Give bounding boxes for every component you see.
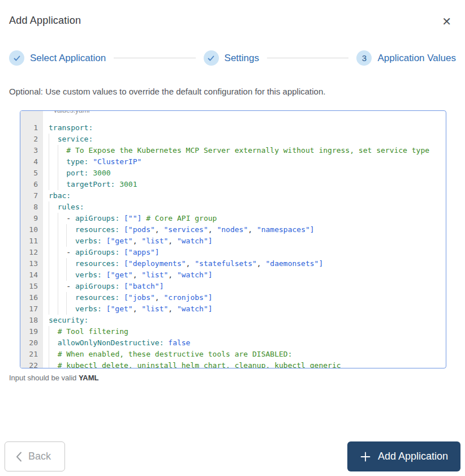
code-token: - xyxy=(66,214,75,222)
indent-guide xyxy=(58,303,67,315)
code-line[interactable]: resources: ["deployments", "statefulsets… xyxy=(49,258,446,269)
code-token: - xyxy=(66,248,75,256)
editor-filename-label: values.yaml xyxy=(42,110,93,115)
code-line[interactable]: # When enabled, these destructive tools … xyxy=(49,349,446,360)
code-token: - xyxy=(66,282,75,290)
page-title: Add Application xyxy=(9,15,81,27)
code-token: "watch"] xyxy=(177,271,213,279)
step-select-application[interactable]: Select Application xyxy=(9,50,106,66)
code-token: ["get" xyxy=(106,271,133,279)
code-token: verbs: xyxy=(75,305,102,313)
indent-guide xyxy=(49,156,58,168)
indent-guide xyxy=(49,292,58,303)
code-line[interactable]: type: "ClusterIP" xyxy=(49,156,446,168)
code-lines[interactable]: transport:service:# To Expose the Kubern… xyxy=(43,111,446,368)
code-token: verbs: xyxy=(75,271,102,279)
stepper: Select Application Settings 3 Applicatio… xyxy=(0,50,465,66)
step-1-circle xyxy=(9,50,24,66)
code-line[interactable]: rbac: xyxy=(49,190,446,201)
indent-guide xyxy=(49,224,58,235)
step-1-label: Select Application xyxy=(30,53,106,64)
code-token: , xyxy=(168,237,177,245)
code-token: [""] xyxy=(124,214,141,222)
code-line[interactable]: # Tool filtering xyxy=(49,326,446,337)
line-number: 18 xyxy=(20,315,38,326)
step-connector xyxy=(114,58,195,58)
code-token: "nodes" xyxy=(217,225,248,234)
line-number: 17 xyxy=(20,303,38,315)
line-number: 21 xyxy=(20,349,38,360)
line-number: 15 xyxy=(20,281,38,292)
code-token: , xyxy=(133,305,142,313)
check-icon xyxy=(207,54,215,62)
code-token: "services" xyxy=(163,225,208,234)
code-token: # To Expose the Kubernetes MCP Server ex… xyxy=(66,146,429,155)
code-line[interactable]: - apiGroups: ["apps"] xyxy=(49,247,446,258)
indent-guide xyxy=(49,303,58,315)
indent-guide xyxy=(49,258,58,269)
code-editor[interactable]: values.yaml 1234567891011121314151617181… xyxy=(20,110,446,368)
code-token: ["deployments" xyxy=(124,259,186,268)
code-token: service: xyxy=(58,135,93,143)
line-number: 8 xyxy=(20,201,38,213)
indent-guide xyxy=(66,224,75,235)
close-button[interactable]: ✕ xyxy=(441,15,453,28)
line-number: 4 xyxy=(20,156,38,168)
line-number: 6 xyxy=(20,179,38,190)
indent-guide xyxy=(66,258,75,269)
code-line[interactable]: verbs: ["get", "list", "watch"] xyxy=(49,303,446,315)
indent-guide xyxy=(49,134,58,145)
code-token: "list" xyxy=(141,271,168,279)
code-line[interactable]: resources: ["jobs", "cronjobs"] xyxy=(49,292,446,303)
code-line[interactable]: security: xyxy=(49,315,446,326)
indent-guide xyxy=(49,201,58,213)
code-line[interactable]: - apiGroups: [""] # Core API group xyxy=(49,213,446,224)
code-line[interactable]: - apiGroups: ["batch"] xyxy=(49,281,446,292)
indent-guide xyxy=(58,235,67,247)
indent-guide xyxy=(49,326,58,337)
code-line[interactable]: verbs: ["get", "list", "watch"] xyxy=(49,269,446,281)
code-token: 3000 xyxy=(93,169,110,177)
code-token: "ClusterIP" xyxy=(93,157,141,166)
code-token: , xyxy=(208,225,217,234)
code-line[interactable]: service: xyxy=(49,134,446,145)
back-button[interactable]: Back xyxy=(5,441,65,471)
indent-guide xyxy=(49,337,58,349)
code-line[interactable]: # kubectl delete, uninstall helm chart, … xyxy=(49,360,446,368)
code-token: allowOnlyNonDestructive: xyxy=(58,338,164,347)
step-settings[interactable]: Settings xyxy=(204,50,259,66)
step-application-values[interactable]: 3 Application Values xyxy=(356,50,456,66)
line-number: 16 xyxy=(20,292,38,303)
indent-guide xyxy=(49,145,58,156)
code-line[interactable]: allowOnlyNonDestructive: false xyxy=(49,337,446,349)
code-line[interactable]: resources: ["pods", "services", "nodes",… xyxy=(49,224,446,235)
code-token: , xyxy=(186,259,195,268)
indent-guide xyxy=(66,269,75,281)
code-token: ["pods" xyxy=(124,225,155,234)
indent-guide xyxy=(49,168,58,179)
code-token: type: xyxy=(66,157,88,166)
indent-guide xyxy=(66,292,75,303)
code-line[interactable]: port: 3000 xyxy=(49,168,446,179)
code-line[interactable]: verbs: ["get", "list", "watch"] xyxy=(49,235,446,247)
indent-guide xyxy=(58,213,67,224)
indent-guide xyxy=(49,281,58,292)
line-number: 3 xyxy=(20,145,38,156)
code-line[interactable]: targetPort: 3001 xyxy=(49,179,446,190)
code-line[interactable]: # To Expose the Kubernetes MCP Server ex… xyxy=(49,145,446,156)
line-number: 9 xyxy=(20,213,38,224)
step-connector xyxy=(267,58,348,58)
validation-format: YAML xyxy=(79,374,99,382)
code-token: transport: xyxy=(49,123,93,132)
code-line[interactable]: transport: xyxy=(49,122,446,134)
indent-guide xyxy=(58,168,67,179)
code-token: "cronjobs"] xyxy=(163,293,212,302)
indent-guide xyxy=(49,247,58,258)
code-token: ["get" xyxy=(106,305,133,313)
description-text: Optional: Use custom values to override … xyxy=(0,87,465,96)
code-line[interactable]: rules: xyxy=(49,201,446,213)
editor-body[interactable]: 12345678910111213141516171819202122 tran… xyxy=(20,111,446,368)
code-token: targetPort: xyxy=(66,180,115,188)
code-token xyxy=(102,305,106,313)
add-application-button[interactable]: Add Application xyxy=(347,441,460,471)
